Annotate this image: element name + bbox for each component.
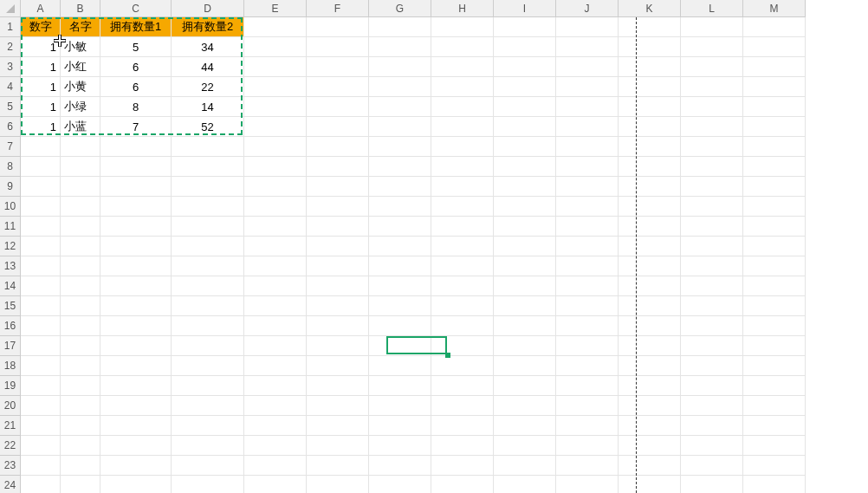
cell-D15[interactable] <box>172 296 244 316</box>
cell-C24[interactable] <box>100 476 172 493</box>
cell-E9[interactable] <box>244 177 307 197</box>
cell-C18[interactable] <box>100 356 172 376</box>
cell-G13[interactable] <box>369 256 431 276</box>
cell-A15[interactable] <box>21 296 61 316</box>
row-header-14[interactable]: 14 <box>0 276 21 296</box>
cell-H15[interactable] <box>431 296 494 316</box>
cell-C19[interactable] <box>100 376 172 396</box>
cell-L12[interactable] <box>681 237 743 256</box>
cell-M10[interactable] <box>743 197 806 217</box>
cell-A17[interactable] <box>21 336 61 356</box>
cell-M20[interactable] <box>743 396 806 416</box>
cell-H19[interactable] <box>431 376 494 396</box>
cell-C16[interactable] <box>100 316 172 336</box>
cell-A1[interactable]: 数字 <box>21 17 61 37</box>
cell-H11[interactable] <box>431 217 494 237</box>
cell-G11[interactable] <box>369 217 431 237</box>
cell-I8[interactable] <box>494 157 556 177</box>
cell-I2[interactable] <box>494 37 556 57</box>
cell-A6[interactable]: 1 <box>21 117 61 137</box>
cell-F14[interactable] <box>307 276 369 296</box>
cell-K9[interactable] <box>619 177 681 197</box>
cell-F21[interactable] <box>307 416 369 436</box>
cell-D8[interactable] <box>172 157 244 177</box>
cell-D16[interactable] <box>172 316 244 336</box>
cell-M4[interactable] <box>743 77 806 97</box>
cell-M12[interactable] <box>743 237 806 256</box>
cell-F6[interactable] <box>307 117 369 137</box>
cell-I1[interactable] <box>494 17 556 37</box>
cell-H14[interactable] <box>431 276 494 296</box>
cell-I17[interactable] <box>494 336 556 356</box>
cell-H2[interactable] <box>431 37 494 57</box>
cell-D6[interactable]: 52 <box>172 117 244 137</box>
cell-K16[interactable] <box>619 316 681 336</box>
cell-I6[interactable] <box>494 117 556 137</box>
cell-H18[interactable] <box>431 356 494 376</box>
cell-H7[interactable] <box>431 137 494 157</box>
cell-E2[interactable] <box>244 37 307 57</box>
cell-L22[interactable] <box>681 436 743 456</box>
cell-K6[interactable] <box>619 117 681 137</box>
row-header-21[interactable]: 21 <box>0 416 21 436</box>
cell-I16[interactable] <box>494 316 556 336</box>
cell-A7[interactable] <box>21 137 61 157</box>
cell-E14[interactable] <box>244 276 307 296</box>
cell-E23[interactable] <box>244 456 307 476</box>
spreadsheet-grid[interactable]: A B C D E F G H I J K L M 1数字名字拥有数量1拥有数量… <box>0 0 868 493</box>
cell-M9[interactable] <box>743 177 806 197</box>
cell-J1[interactable] <box>556 17 619 37</box>
cell-J14[interactable] <box>556 276 619 296</box>
row-header-17[interactable]: 17 <box>0 336 21 356</box>
cell-F10[interactable] <box>307 197 369 217</box>
cell-F12[interactable] <box>307 237 369 256</box>
cell-L3[interactable] <box>681 57 743 77</box>
row-header-20[interactable]: 20 <box>0 396 21 416</box>
col-header-I[interactable]: I <box>494 0 556 17</box>
cell-F1[interactable] <box>307 17 369 37</box>
cell-C8[interactable] <box>100 157 172 177</box>
cell-L16[interactable] <box>681 316 743 336</box>
cell-B23[interactable] <box>61 456 100 476</box>
cell-B3[interactable]: 小红 <box>61 57 100 77</box>
col-header-G[interactable]: G <box>369 0 431 17</box>
col-header-D[interactable]: D <box>172 0 244 17</box>
cell-E16[interactable] <box>244 316 307 336</box>
cell-A20[interactable] <box>21 396 61 416</box>
cell-M19[interactable] <box>743 376 806 396</box>
row-header-16[interactable]: 16 <box>0 316 21 336</box>
cell-D4[interactable]: 22 <box>172 77 244 97</box>
cell-I19[interactable] <box>494 376 556 396</box>
row-header-11[interactable]: 11 <box>0 217 21 237</box>
cell-B11[interactable] <box>61 217 100 237</box>
cell-H17[interactable] <box>431 336 494 356</box>
cell-I5[interactable] <box>494 97 556 117</box>
cell-D1[interactable]: 拥有数量2 <box>172 17 244 37</box>
cell-H21[interactable] <box>431 416 494 436</box>
cell-K20[interactable] <box>619 396 681 416</box>
cell-M13[interactable] <box>743 256 806 276</box>
cell-L23[interactable] <box>681 456 743 476</box>
cell-B15[interactable] <box>61 296 100 316</box>
cell-D12[interactable] <box>172 237 244 256</box>
cell-D21[interactable] <box>172 416 244 436</box>
cell-I13[interactable] <box>494 256 556 276</box>
cell-I4[interactable] <box>494 77 556 97</box>
cell-J7[interactable] <box>556 137 619 157</box>
cell-G22[interactable] <box>369 436 431 456</box>
cell-A18[interactable] <box>21 356 61 376</box>
cell-H10[interactable] <box>431 197 494 217</box>
row-header-7[interactable]: 7 <box>0 137 21 157</box>
cell-M22[interactable] <box>743 436 806 456</box>
cell-D5[interactable]: 14 <box>172 97 244 117</box>
cell-J4[interactable] <box>556 77 619 97</box>
cell-J6[interactable] <box>556 117 619 137</box>
cell-J15[interactable] <box>556 296 619 316</box>
cell-K11[interactable] <box>619 217 681 237</box>
cell-E22[interactable] <box>244 436 307 456</box>
cell-H22[interactable] <box>431 436 494 456</box>
cell-C7[interactable] <box>100 137 172 157</box>
cell-M3[interactable] <box>743 57 806 77</box>
cell-H24[interactable] <box>431 476 494 493</box>
cell-A9[interactable] <box>21 177 61 197</box>
